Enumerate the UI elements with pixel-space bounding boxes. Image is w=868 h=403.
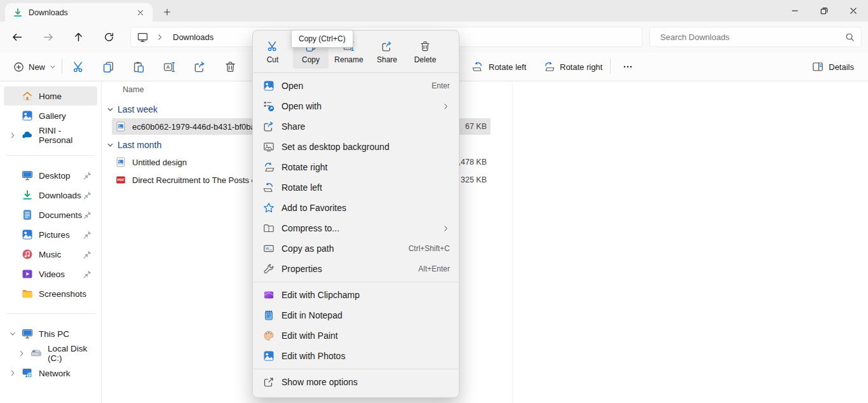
search-icon[interactable] <box>845 32 855 42</box>
rotate-left-button[interactable]: Rotate left <box>466 55 532 78</box>
submenu-chevron-icon <box>442 224 450 233</box>
this-pc-monitor-icon <box>137 32 148 43</box>
search-box[interactable] <box>649 27 862 47</box>
context-menu-item-set-desktop-background[interactable]: Set as desktop background <box>253 137 459 157</box>
chevron-down-icon[interactable] <box>9 330 17 338</box>
context-menu-item-open-with[interactable]: Open with <box>253 96 459 116</box>
menu-separator <box>254 282 458 282</box>
rename-button[interactable]: A <box>156 55 182 78</box>
rotate-left-icon <box>263 182 275 193</box>
context-menu-item-show-more-options[interactable]: Show more options <box>253 372 459 392</box>
maximize-restore-button[interactable] <box>810 0 839 22</box>
videos-icon <box>22 268 33 280</box>
refresh-button[interactable] <box>97 25 120 48</box>
column-separator <box>512 81 513 403</box>
context-menu-item-add-to-favorites[interactable]: Add to Favorites <box>253 198 459 218</box>
sidebar-item-desktop[interactable]: Desktop <box>4 166 97 185</box>
context-menu-item-rotate-right[interactable]: Rotate right <box>253 157 459 177</box>
sidebar-item-local-disk-c[interactable]: Local Disk (C:) <box>4 344 97 363</box>
sidebar-item-music[interactable]: Music <box>4 245 97 264</box>
chevron-right-icon[interactable] <box>18 350 25 357</box>
context-menu-item-edit-in-notepad[interactable]: Edit in Notepad <box>253 305 459 325</box>
new-tab-button[interactable] <box>159 4 175 20</box>
submenu-chevron-icon <box>442 102 450 111</box>
group-header-last-month[interactable]: Last month <box>107 139 161 151</box>
file-size: 325 KB <box>461 175 487 184</box>
share-button[interactable] <box>187 55 212 78</box>
image-file-icon <box>116 121 126 132</box>
rotate-right-button[interactable]: Rotate right <box>537 55 609 78</box>
star-icon <box>263 202 275 214</box>
chevron-down-icon[interactable] <box>107 106 114 113</box>
quick-delete-button[interactable]: Delete <box>407 36 443 69</box>
svg-text:PDF: PDF <box>117 178 125 182</box>
pdf-file-icon: PDF <box>116 175 126 185</box>
file-name: Untitled design <box>132 158 187 167</box>
toolbar-separator <box>610 59 611 74</box>
new-button-label: New <box>29 62 45 72</box>
details-icon <box>812 61 824 72</box>
context-menu-item-edit-with-paint[interactable]: Edit with Paint <box>253 325 459 346</box>
chevron-right-icon[interactable] <box>9 369 17 377</box>
context-menu-item-edit-with-photos[interactable]: Edit with Photos <box>253 346 459 366</box>
column-header-name[interactable]: Name <box>123 85 144 94</box>
context-menu-item-rotate-left[interactable]: Rotate left <box>253 177 459 198</box>
quick-share-button[interactable]: Share <box>369 36 405 69</box>
context-menu-item-open[interactable]: Open Enter <box>253 76 459 96</box>
breadcrumb[interactable]: Downloads <box>173 32 214 42</box>
search-input[interactable] <box>659 32 845 43</box>
context-menu-item-copy-as-path[interactable]: W Copy as path Ctrl+Shift+C <box>253 238 459 259</box>
up-button[interactable] <box>67 25 90 48</box>
this-pc-icon <box>22 328 33 339</box>
tab-title: Downloads <box>29 8 68 17</box>
context-menu-item-properties[interactable]: Properties Alt+Enter <box>253 259 459 279</box>
chevron-right-icon[interactable] <box>156 33 164 41</box>
context-menu-item-compress-to[interactable]: Compress to... <box>253 218 459 238</box>
desktop-background-icon <box>263 141 275 153</box>
sidebar-item-downloads[interactable]: Downloads <box>4 186 97 205</box>
chevron-right-icon[interactable] <box>9 132 17 139</box>
pin-icon <box>83 171 92 180</box>
forward-button[interactable] <box>36 25 59 48</box>
sidebar-item-home[interactable]: Home <box>4 86 97 106</box>
paste-button[interactable] <box>126 55 151 78</box>
rotate-left-icon <box>472 61 484 72</box>
copy-as-path-icon: W <box>263 243 275 254</box>
rotate-right-label: Rotate right <box>560 62 602 72</box>
chevron-down-icon[interactable] <box>107 142 114 149</box>
new-button[interactable]: New <box>6 55 63 78</box>
back-button[interactable] <box>6 25 29 48</box>
context-menu-item-edit-with-clipchamp[interactable]: Edit with Clipchamp <box>253 285 459 305</box>
sidebar-separator <box>6 313 95 314</box>
sidebar-item-documents[interactable]: Documents <box>4 205 97 224</box>
tab-downloads[interactable]: Downloads <box>5 3 153 22</box>
delete-button[interactable] <box>217 55 243 78</box>
show-more-icon <box>263 376 275 388</box>
notepad-icon <box>263 310 275 321</box>
delete-icon <box>419 41 431 52</box>
image-file-icon <box>116 157 126 167</box>
cut-button[interactable] <box>65 55 91 78</box>
menu-separator <box>254 72 458 73</box>
quick-cut-button[interactable]: Cut <box>255 36 290 69</box>
context-menu-quick-actions: Cut Copy A Rename Share Delete <box>253 34 459 70</box>
sidebar-item-network[interactable]: Network <box>4 364 97 383</box>
tab-close-button[interactable] <box>133 6 147 20</box>
more-options-button[interactable] <box>615 55 641 78</box>
context-menu-item-share[interactable]: Share <box>253 116 459 137</box>
sidebar-item-gallery[interactable]: Gallery <box>4 106 97 125</box>
sidebar-item-videos[interactable]: Videos <box>4 264 97 283</box>
open-with-icon <box>263 100 275 112</box>
pin-icon <box>83 210 92 219</box>
group-header-last-week[interactable]: Last week <box>107 103 158 116</box>
minimize-button[interactable] <box>780 0 810 22</box>
sidebar-item-screenshots[interactable]: Screenshots <box>4 284 97 303</box>
network-icon <box>22 367 33 379</box>
sidebar-item-onedrive[interactable]: RINI - Personal <box>4 126 97 145</box>
sidebar-item-this-pc[interactable]: This PC <box>4 324 97 343</box>
file-list: Name Last week ec60b062-1979-446d-b431-b… <box>102 81 868 403</box>
close-button[interactable] <box>839 0 868 22</box>
details-view-button[interactable]: Details <box>806 55 860 78</box>
sidebar-item-pictures[interactable]: Pictures <box>4 225 97 244</box>
copy-button[interactable] <box>95 55 121 78</box>
